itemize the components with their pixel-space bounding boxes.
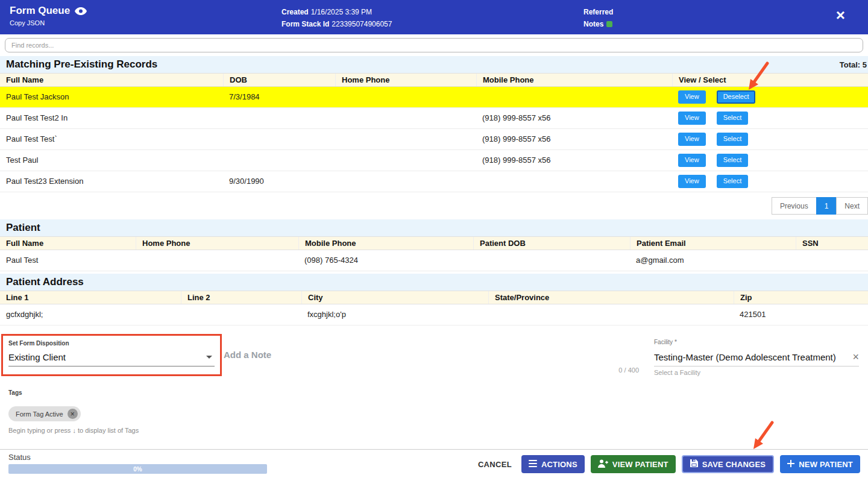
created-label: Created [281, 8, 309, 16]
address-city: fxcghjkl;o'p [301, 304, 488, 325]
status-progress-bar: 0% [8, 464, 267, 474]
record-mobile-phone: (918) 999-8557 x56 [476, 150, 672, 171]
patient-full-name: Paul Test [0, 250, 136, 271]
view-record-button[interactable]: View [678, 112, 706, 124]
record-home-phone [335, 87, 476, 107]
records-table-header: Full Name DOB Home Phone Mobile Phone Vi… [0, 73, 868, 87]
record-row: Paul Test23 Extension 9/30/1990 View Sel… [0, 171, 868, 192]
patient-section-title: Patient [6, 222, 40, 234]
record-home-phone [335, 150, 476, 171]
record-home-phone [335, 171, 476, 192]
referred-label: Referred [583, 6, 613, 18]
facility-label: Facility * [654, 339, 859, 345]
record-home-phone [335, 108, 476, 128]
view-record-button[interactable]: View [678, 154, 706, 166]
note-char-counter: 0 / 400 [618, 366, 639, 374]
patient-section-header: Patient [0, 219, 868, 236]
form-disposition-label: Set Form Disposition [8, 340, 215, 347]
address-table-header: Line 1 Line 2 City State/Province Zip [0, 291, 868, 304]
menu-icon [529, 460, 537, 469]
record-full-name: Test Paul [0, 150, 223, 171]
deselect-record-button[interactable]: Deselect [717, 90, 756, 103]
col-full-name: Full Name [0, 237, 136, 250]
record-mobile-phone: (918) 999-8557 x56 [476, 108, 672, 128]
records-section-header: Matching Pre-Existing Records Total: 5 [0, 56, 868, 73]
record-full-name: Paul Test Test2 In [0, 108, 223, 128]
search-input[interactable] [5, 38, 863, 52]
patient-email: a@gmail.com [630, 250, 796, 271]
record-row: Test Paul (918) 999-8557 x56 View Select [0, 150, 868, 171]
col-line2: Line 2 [181, 291, 301, 304]
form-stack-id-label: Form Stack Id [281, 20, 329, 28]
record-mobile-phone [476, 171, 672, 192]
status-label: Status [8, 453, 31, 462]
record-dob [223, 108, 335, 128]
address-row: gcfxdghjkl; fxcghjkl;o'p 421501 [0, 304, 868, 325]
patient-dob [473, 250, 630, 271]
cancel-button[interactable]: CANCEL [474, 460, 515, 469]
col-line1: Line 1 [0, 291, 181, 304]
view-record-button[interactable]: View [678, 90, 706, 103]
footer-buttons: CANCEL ACTIONS VIEW PATIENT SAVE CHANGES… [474, 455, 860, 473]
records-total: Total: 5 [840, 60, 867, 69]
select-record-button[interactable]: Select [717, 175, 749, 187]
actions-button[interactable]: ACTIONS [521, 455, 585, 473]
footer-bar: Status 0% CANCEL ACTIONS VIEW PATIENT SA… [0, 449, 868, 478]
title-block: Form Queue Copy JSON [10, 5, 87, 28]
dropdown-caret-icon [206, 356, 212, 359]
form-disposition-value: Existing Client [8, 352, 66, 362]
search-bar [0, 34, 868, 56]
progress-percent: 0% [133, 466, 142, 473]
record-full-name: Paul Test Test` [0, 129, 223, 149]
note-placeholder: Add a Note [224, 350, 271, 360]
view-patient-button[interactable]: VIEW PATIENT [591, 455, 676, 473]
note-input[interactable]: Add a Note 0 / 400 [224, 350, 639, 377]
form-meta: Created1/16/2025 3:39 PM Form Stack Id22… [281, 6, 392, 30]
col-state: State/Province [488, 291, 734, 304]
facility-field[interactable]: Facility * Testing-Master (Demo Adolesce… [654, 339, 859, 376]
col-full-name: Full Name [0, 74, 223, 86]
save-icon [690, 459, 698, 469]
col-mobile-phone: Mobile Phone [298, 237, 473, 250]
note-indicator-icon [606, 21, 612, 27]
patient-section: Patient Full Name Home Phone Mobile Phon… [0, 219, 868, 271]
patient-row: Paul Test (098) 765-4324 a@gmail.com [0, 250, 868, 271]
col-city: City [301, 291, 488, 304]
copy-json-link[interactable]: Copy JSON [10, 19, 45, 27]
facility-clear-icon[interactable]: × [852, 351, 859, 362]
tag-remove-icon[interactable]: × [68, 409, 78, 419]
new-patient-button[interactable]: NEW PATIENT [780, 455, 860, 473]
notes-label: Notes [583, 18, 603, 30]
select-record-button[interactable]: Select [717, 112, 749, 124]
record-row: Paul Test Test2 In (918) 999-8557 x56 Vi… [0, 108, 868, 129]
tag-chip[interactable]: Form Tag Active × [8, 406, 81, 421]
pagination-page-1-button[interactable]: 1 [816, 197, 837, 215]
select-record-button[interactable]: Select [717, 154, 749, 166]
person-add-icon [598, 459, 608, 470]
record-mobile-phone: (918) 999-8557 x56 [476, 129, 672, 149]
view-record-button[interactable]: View [678, 175, 706, 187]
select-record-button[interactable]: Select [717, 133, 749, 145]
record-dob [223, 129, 335, 149]
pagination-previous-button[interactable]: Previous [772, 197, 817, 215]
col-patient-dob: Patient DOB [473, 237, 630, 250]
records-section-title: Matching Pre-Existing Records [6, 58, 157, 71]
address-section-title: Patient Address [6, 276, 84, 288]
form-disposition-select[interactable]: Set Form Disposition Existing Client [8, 340, 215, 366]
patient-address-section: Patient Address Line 1 Line 2 City State… [0, 274, 868, 325]
col-patient-email: Patient Email [630, 237, 796, 250]
close-icon[interactable]: × [836, 7, 845, 23]
matching-records-section: Matching Pre-Existing Records Total: 5 F… [0, 56, 868, 215]
col-home-phone: Home Phone [335, 74, 476, 86]
pagination-next-button[interactable]: Next [836, 197, 868, 215]
modal-header: Form Queue Copy JSON Created1/16/2025 3:… [0, 0, 868, 34]
visibility-eye-icon[interactable] [75, 7, 87, 15]
save-changes-button[interactable]: SAVE CHANGES [682, 455, 774, 473]
form-controls: Set Form Disposition Existing Client Add… [0, 325, 868, 450]
record-full-name: Paul Test Jackson [0, 87, 223, 107]
record-home-phone [335, 129, 476, 149]
view-record-button[interactable]: View [678, 133, 706, 145]
tags-label: Tags [8, 389, 22, 396]
tag-chip-label: Form Tag Active [16, 410, 63, 418]
address-line2 [181, 304, 301, 325]
